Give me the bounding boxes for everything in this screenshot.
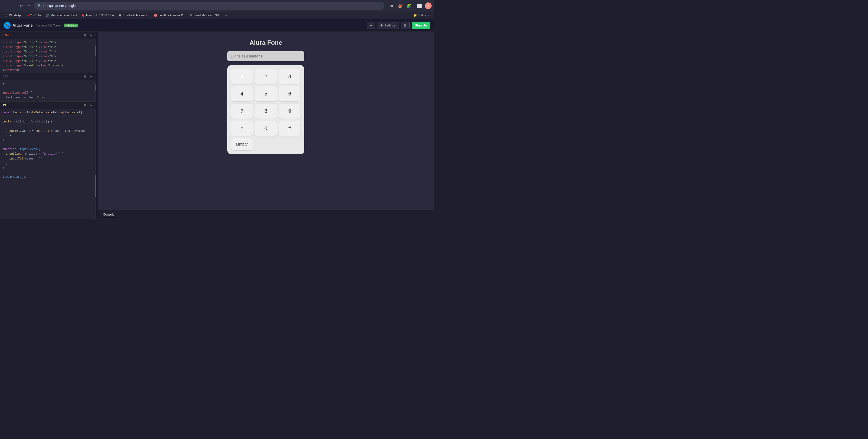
code-line: limparTexto(); xyxy=(2,175,94,180)
key-2-button[interactable]: 2 xyxy=(255,69,276,84)
key-8-button[interactable]: 8 xyxy=(255,104,276,119)
bookmarks-folder-label: Todos os xyxy=(418,14,430,17)
key-hash-button[interactable]: # xyxy=(279,121,301,136)
bookmark-whatsapp-label: WhatsApp xyxy=(9,14,22,17)
extension-fox-icon[interactable]: 🦊 xyxy=(397,2,403,9)
js-section-header: JS ⚙ ∨ xyxy=(0,102,96,109)
bookmark-bet365-label: bet365 - Apostas D... xyxy=(159,14,185,17)
meuhr-icon: 🔖 xyxy=(81,14,85,17)
site-title: Alura Fone xyxy=(12,23,33,28)
code-line: <input type="button" value="9"> xyxy=(2,45,94,50)
bookmarks-bar: 📱 WhatsApp ▶ YouTube 🛒 Mercado Livre Bra… xyxy=(0,11,434,19)
code-line xyxy=(2,115,94,120)
html-collapse-button[interactable]: ∨ xyxy=(88,33,94,38)
bookmark-mercadolivre-label: Mercado Livre Brasil xyxy=(51,14,77,17)
bookmark-email-tiobra-label: Email – tiobrassoci... xyxy=(123,14,149,17)
youtube-icon: ▶ xyxy=(27,14,29,17)
js-section-controls: ⚙ ∨ xyxy=(82,103,94,108)
bookmark-whatsapp[interactable]: 📱 WhatsApp xyxy=(2,13,24,18)
js-section-title: JS xyxy=(2,104,6,107)
editor-panel: HTML ⚙ ∨ <input type="button" value="8">… xyxy=(0,32,96,219)
css-section-controls: ⚙ ∨ xyxy=(82,74,94,79)
main-content: HTML ⚙ ∨ <input type="button" value="8">… xyxy=(0,32,434,219)
bookmarks-folder[interactable]: 📁 Todos os xyxy=(411,13,432,18)
code-line: <input type="button" value="8"> xyxy=(2,40,94,45)
code-line: inputTel.value = inputTel.value + tecla.… xyxy=(2,129,94,133)
keypad: 1 2 3 4 5 6 7 8 9 * 0 # Limpar xyxy=(227,65,304,154)
home-button[interactable]: ⌂ xyxy=(26,2,32,9)
code-line: } xyxy=(2,133,94,138)
extension-puzzle-icon[interactable]: 🧩 xyxy=(405,2,412,9)
key-5-button[interactable]: 5 xyxy=(255,86,276,101)
bookmark-mercadolivre[interactable]: 🛒 Mercado Livre Brasil xyxy=(44,13,79,18)
css-section-header: CSS ⚙ ∨ xyxy=(0,73,96,80)
heart-icon: ♥ xyxy=(370,24,372,27)
address-input[interactable] xyxy=(43,4,381,8)
heart-button[interactable]: ♥ xyxy=(367,22,375,29)
key-6-button[interactable]: 6 xyxy=(279,86,301,101)
phone-display-input[interactable] xyxy=(227,51,304,61)
key-7-button[interactable]: 7 xyxy=(231,104,253,119)
clear-button[interactable]: Limpar xyxy=(231,138,253,150)
code-line: <input type="button" value="*"> xyxy=(2,50,94,54)
sidebar-icon[interactable]: ⬜ xyxy=(416,2,423,9)
bookmark-meuhr[interactable]: 🔖 Meu RH | TOTVS S.A. xyxy=(80,13,117,18)
refresh-button[interactable]: ↻ xyxy=(18,2,25,9)
html-gear-button[interactable]: ⚙ xyxy=(82,33,87,38)
css-gear-button[interactable]: ⚙ xyxy=(82,74,87,79)
code-line: <input type="button" value="#"> xyxy=(2,59,94,63)
key-3-button[interactable]: 3 xyxy=(279,69,301,84)
whatsapp-icon: 📱 xyxy=(4,14,8,17)
js-code-block[interactable]: const tecla = listaDeTeclasTelefone[tecl… xyxy=(0,109,96,219)
key-9-button[interactable]: 9 xyxy=(279,104,301,119)
search-icon: 🔍 xyxy=(37,4,41,8)
js-gear-button[interactable]: ⚙ xyxy=(82,103,87,108)
extension-m-icon[interactable]: m xyxy=(388,2,395,9)
settings-button[interactable]: ⚙ Settings xyxy=(377,22,399,29)
code-line: </section> xyxy=(2,68,94,73)
js-section: JS ⚙ ∨ const tecla = listaDeTeclasTelefo… xyxy=(0,102,96,219)
follow-button[interactable]: + Follow xyxy=(64,24,78,27)
code-line: function limparTexto() { xyxy=(2,147,94,152)
site-header: 📞 Alura Fone Vanessa Me Tonini + Follow … xyxy=(0,19,434,32)
key-4-button[interactable]: 4 xyxy=(231,86,253,101)
browser-toolbar: ← → ↻ ⌂ 🔍 m 🦊 🧩 ⬜ A xyxy=(0,0,434,11)
grid-button[interactable]: ⊞ xyxy=(401,22,410,29)
bookmark-youtube[interactable]: ▶ YouTube xyxy=(25,13,43,18)
code-line: <input type="reset" value="Limpar"> xyxy=(2,63,94,68)
css-collapse-button[interactable]: ∨ xyxy=(88,74,94,79)
address-bar[interactable]: 🔍 xyxy=(34,2,384,10)
bookmark-bet365[interactable]: 🎯 bet365 - Apostas D... xyxy=(152,13,187,18)
key-1-button[interactable]: 1 xyxy=(231,69,253,84)
gear-icon: ⚙ xyxy=(380,24,383,27)
code-line: } xyxy=(2,161,94,166)
bookmarks-more-button[interactable]: » xyxy=(223,13,228,18)
html-section: HTML ⚙ ∨ <input type="button" value="8">… xyxy=(0,32,96,73)
code-line xyxy=(2,124,94,129)
code-line: background-color: #cccccc; xyxy=(2,95,94,100)
code-line xyxy=(2,143,94,147)
console-tab[interactable]: Console xyxy=(100,211,117,218)
bookmark-youtube-label: YouTube xyxy=(30,14,41,17)
html-section-title: HTML xyxy=(2,34,10,37)
bookmark-email-tiobra[interactable]: ⊞ Email – tiobrassoci... xyxy=(117,13,151,18)
key-0-button[interactable]: 0 xyxy=(255,121,276,136)
profile-avatar[interactable]: A xyxy=(425,2,432,9)
code-line: tecla.onclick = function () { xyxy=(2,120,94,124)
folder-icon: 📁 xyxy=(413,14,417,17)
mercadolivre-icon: 🛒 xyxy=(46,14,50,17)
css-code-block: } input[type=tel] { background-color: #c… xyxy=(0,80,96,101)
signup-button[interactable]: Sign Up xyxy=(412,22,430,29)
phone-app-title: Alura Fone xyxy=(227,39,304,46)
back-button[interactable]: ← xyxy=(2,2,9,9)
js-collapse-button[interactable]: ∨ xyxy=(88,103,94,108)
html-section-controls: ⚙ ∨ xyxy=(82,33,94,38)
email-sb-icon: ✉ xyxy=(190,14,192,17)
site-author: Vanessa Me Tonini xyxy=(37,24,61,27)
key-star-button[interactable]: * xyxy=(231,121,253,136)
bookmark-email-sb[interactable]: ✉ Email Marketing SB... xyxy=(188,13,223,18)
code-line: input[type=tel] { xyxy=(2,91,94,95)
forward-button[interactable]: → xyxy=(10,2,17,9)
html-section-header: HTML ⚙ ∨ xyxy=(0,32,96,39)
settings-label: Settings xyxy=(384,24,396,27)
